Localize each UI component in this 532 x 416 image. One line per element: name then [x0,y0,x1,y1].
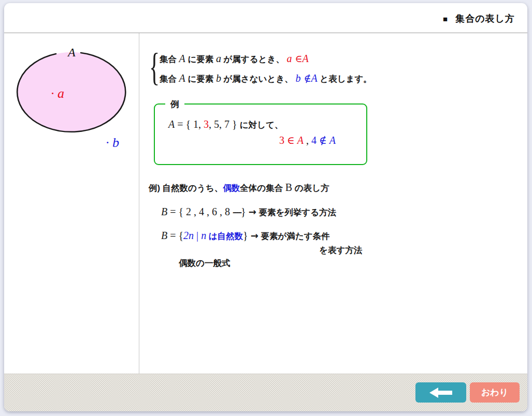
intro-line-2: 集合 A に要素 b が属さないとき、 b ∉A と表します。 [160,72,372,85]
seg: , 5, 7 } [209,118,240,130]
seg: が属さないとき、 [221,74,296,83]
header-bar: ■ 集合の表し方 [4,3,527,33]
set-builder-line-cont: を表す方法 [319,244,362,256]
right-arrow-glyph: → [249,206,256,217]
end-button[interactable]: おわり [470,382,520,403]
seg: A [303,53,309,64]
seg: が属するとき、 [221,54,287,64]
seg: } [243,230,251,241]
seg: A [329,135,336,146]
page-title-text: 集合の表し方 [455,12,515,25]
seg: 集合 [160,54,179,64]
seg: A [297,135,304,146]
seg: 4 ∉ [311,135,329,146]
seg: } [241,206,249,217]
set-label: A [67,46,76,59]
seg: n [201,230,206,241]
example-box: 例 A = { 1, 3, 5, 7 } に対して、 3 ∈ A , 4 ∉ A [154,103,367,165]
back-button[interactable] [415,382,466,403]
seg: 全体の集合 [240,183,285,192]
seg: | [194,230,201,241]
seg: = { 2 , 4 , 6 , 8 [167,206,233,217]
right-arrow-glyph: → [251,230,258,241]
seg: A [168,118,175,130]
seg: 例) 自然数のうち、 [149,183,223,192]
seg: の表し方 [292,183,329,192]
set-builder-line: B = {2n | n は自然数} → 要素が満たす条件 [161,229,330,243]
seg: 要素が満たす条件 [258,231,330,241]
cases-brace: { [149,47,160,87]
seg: , [304,135,311,146]
page-title: ■ 集合の表し方 [443,12,515,25]
seg: A [179,53,185,64]
seg: 2n [183,230,194,241]
seg: に要素 [185,74,216,83]
left-arrow-icon [429,387,453,399]
page-background: { "header": { "bullet": "■", "title": "集… [0,0,532,416]
example-line-1: A = { 1, 3, 5, 7 } に対して、 [168,118,283,131]
seg: a [286,53,292,64]
seg: と表します。 [318,74,372,83]
seg: 偶数 [223,183,240,192]
seg: ∈ [292,53,302,64]
intro-line-1: 集合 A に要素 a が属するとき、 a ∈A [160,52,309,66]
seg: 3 [204,118,209,130]
seg: ---- [233,207,241,217]
element-b-point: · b [106,135,119,150]
content-card: ■ 集合の表し方 A · a · b { 集合 A に要素 a が属するとき、 … [4,3,527,411]
seg: 集合 [160,74,179,83]
seg: B [285,182,292,193]
seg: ∉ [300,72,311,84]
seg: b [216,72,221,84]
square-bullet-icon: ■ [443,15,448,23]
seg: B [161,206,167,217]
element-a-point: · a [51,86,64,101]
example-line-2: 3 ∈ A , 4 ∉ A [279,134,336,147]
seg: = { 1, [175,118,204,130]
seg: b [295,72,300,84]
enumeration-line: B = { 2 , 4 , 6 , 8 ----} → 要素を列挙する方法 [161,205,336,219]
seg: B [161,230,167,241]
footer-bar: おわり [4,374,527,411]
seg: a [216,53,221,64]
seg: A [179,72,185,84]
seg: A [311,72,317,84]
seg: に要素 [185,54,216,64]
seg: = { [167,230,183,241]
venn-diagram: A · a · b [4,33,144,173]
seg: に対して、 [240,120,283,129]
seg: は自然数 [209,231,243,241]
example-box-title: 例 [165,98,184,110]
section2-heading: 例) 自然数のうち、偶数全体の集合 B の表し方 [149,181,329,195]
seg: 要素を列挙する方法 [256,207,336,217]
general-form-label: 偶数の一般式 [179,257,230,269]
seg: 3 ∈ [279,135,297,146]
